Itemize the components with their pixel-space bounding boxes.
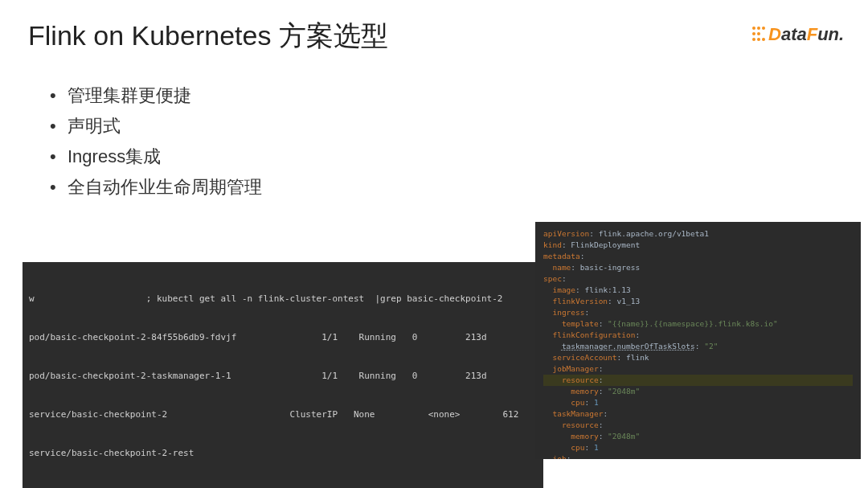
yaml-key: apiVersion xyxy=(543,229,589,238)
bullet-item: 全自动作业生命周期管理 xyxy=(50,172,262,203)
yaml-key: taskManager xyxy=(552,409,603,418)
bullet-item: Ingress集成 xyxy=(50,141,262,172)
svg-point-0 xyxy=(752,27,755,30)
yaml-key: serviceAccount xyxy=(552,353,616,362)
svg-point-1 xyxy=(757,27,760,30)
yaml-key: spec xyxy=(543,274,562,283)
yaml-value: "2048m" xyxy=(608,432,640,441)
yaml-key: cpu xyxy=(571,443,584,452)
slide-title: Flink on Kubernetes 方案选型 xyxy=(28,18,388,55)
bullet-item: 管理集群更便捷 xyxy=(50,80,262,111)
yaml-value: FlinkDeployment xyxy=(571,240,640,249)
logo-un: un. xyxy=(817,24,844,44)
yaml-key: template xyxy=(562,319,599,328)
svg-point-6 xyxy=(757,38,760,41)
yaml-panel: apiVersion: flink.apache.org/v1beta1 kin… xyxy=(535,222,861,459)
terminal-line: service/basic-checkpoint-2-rest xyxy=(29,447,537,460)
yaml-key: memory xyxy=(571,432,598,441)
bullet-item: 声明式 xyxy=(50,111,262,141)
yaml-key: resource xyxy=(562,420,599,429)
yaml-key: kind xyxy=(543,240,562,249)
yaml-key: resource xyxy=(562,375,599,384)
svg-point-4 xyxy=(757,32,760,35)
terminal-line: service/basic-checkpoint-2 ClusterIP Non… xyxy=(29,408,537,421)
yaml-value: 1 xyxy=(594,398,599,407)
yaml-key: image xyxy=(552,285,575,294)
slide: Flink on Kubernetes 方案选型 DataFun. 管理集群更便… xyxy=(0,0,868,488)
yaml-value: flink xyxy=(626,353,649,362)
yaml-value: 1 xyxy=(594,443,599,452)
logo-ata: ata xyxy=(781,24,807,44)
yaml-key: cpu xyxy=(571,398,584,407)
terminal-line: pod/basic-checkpoint-2-84f55b6db9-fdvjf … xyxy=(29,331,537,344)
yaml-value: flink:1.13 xyxy=(585,285,631,294)
yaml-key: metadata xyxy=(543,252,580,260)
svg-point-5 xyxy=(752,38,755,41)
svg-point-3 xyxy=(752,32,755,35)
yaml-key: flinkConfiguration xyxy=(552,330,635,339)
yaml-value: flink.apache.org/v1beta1 xyxy=(599,229,709,238)
terminal-line: pod/basic-checkpoint-2-taskmanager-1-1 1… xyxy=(29,370,537,383)
yaml-key: job xyxy=(552,454,566,459)
datafun-logo: DataFun. xyxy=(749,20,845,51)
yaml-value: v1_13 xyxy=(617,297,641,306)
terminal-panel: w ; kubectl get all -n flink-cluster-ont… xyxy=(23,262,543,488)
yaml-value: basic-ingress xyxy=(580,263,640,272)
logo-d: D xyxy=(768,24,781,44)
yaml-value: "2" xyxy=(704,342,718,351)
yaml-key: ingress xyxy=(552,308,584,317)
yaml-value: "{{name}}.{{namespace}}.flink.k8s.io" xyxy=(608,319,778,328)
yaml-key: jobManager xyxy=(552,364,598,373)
logo-f: F xyxy=(807,24,818,44)
yaml-key: memory xyxy=(571,387,598,396)
yaml-value: "2048m" xyxy=(608,387,640,396)
bullet-list: 管理集群更便捷 声明式 Ingress集成 全自动作业生命周期管理 xyxy=(50,80,262,203)
svg-point-7 xyxy=(762,38,765,41)
svg-point-2 xyxy=(762,27,765,30)
yaml-key: name xyxy=(552,263,571,272)
yaml-key: taskmanager.numberOfTaskSlots xyxy=(562,342,695,351)
svg-text:DataFun.: DataFun. xyxy=(768,24,844,44)
terminal-line: w ; kubectl get all -n flink-cluster-ont… xyxy=(29,293,537,306)
yaml-key: flinkVersion xyxy=(552,297,608,306)
